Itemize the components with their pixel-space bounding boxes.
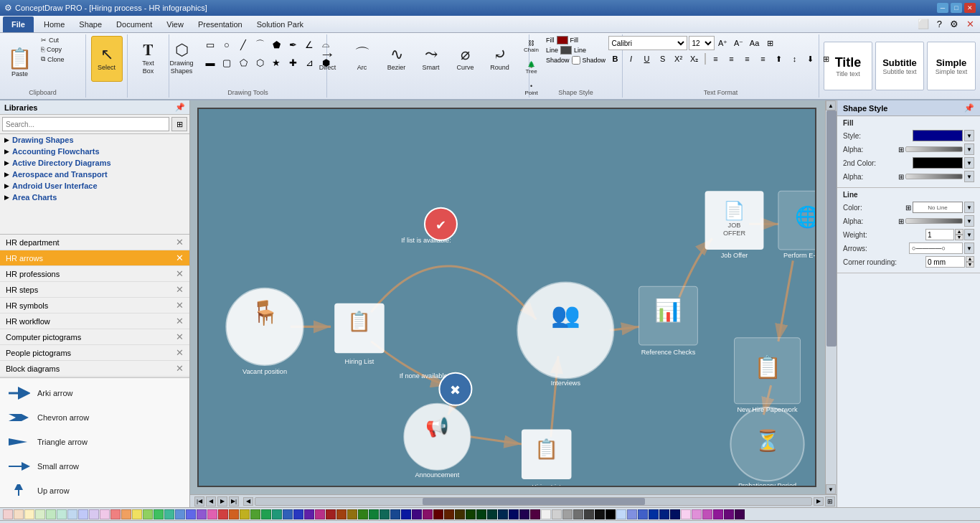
lib-item-hr-symbols[interactable]: HR symbols ✕	[0, 298, 189, 314]
vertical-scrollbar[interactable]: ▲ ▼	[825, 100, 837, 494]
close-lib-icon[interactable]: ✕	[176, 268, 184, 279]
line-weight-dropdown[interactable]: ▼	[964, 229, 974, 240]
color-cell[interactable]	[519, 509, 529, 519]
line-alpha-slider[interactable]	[905, 218, 963, 224]
color-cell[interactable]	[476, 509, 486, 519]
color-cell[interactable]	[584, 509, 594, 519]
line-weight-down[interactable]: ▼	[955, 235, 963, 240]
line-color-dropdown[interactable]: ▼	[964, 202, 974, 213]
select-button[interactable]: ↖ Select	[91, 36, 123, 82]
color-cell[interactable]	[35, 509, 45, 519]
curve-button[interactable]: ⌀ Curve	[450, 36, 481, 82]
cut-button[interactable]: ✂ Cut	[38, 36, 81, 44]
shape3-tool[interactable]: ⬠	[235, 54, 252, 71]
color-cell[interactable]	[498, 509, 508, 519]
clone-button[interactable]: ⧉ Clone	[38, 55, 81, 64]
corner-rounding-input[interactable]	[925, 256, 965, 268]
valign-bot-button[interactable]: ⬇	[804, 52, 818, 66]
valign-top-button[interactable]: ⬆	[772, 52, 786, 66]
color-cell[interactable]	[638, 509, 648, 519]
menu-close-icon[interactable]: ✕	[963, 19, 977, 29]
ellipse-tool[interactable]: ○	[218, 36, 235, 53]
lib-tree-aerospace[interactable]: ▶ Aerospace and Transport	[0, 169, 189, 180]
round-rect-tool[interactable]: ▢	[218, 54, 235, 71]
color-cell[interactable]	[358, 509, 368, 519]
more-align-button[interactable]: ⊞	[819, 52, 834, 66]
font-shrink-button[interactable]: A⁻	[732, 36, 746, 50]
smart-button[interactable]: ⤳ Smart	[415, 36, 447, 82]
color-cell[interactable]	[293, 509, 303, 519]
color-cell[interactable]	[326, 509, 336, 519]
lib-item-people-pict[interactable]: People pictograms ✕	[0, 345, 189, 361]
color-cell[interactable]	[627, 509, 637, 519]
arrows-value[interactable]: ○————○	[909, 242, 963, 254]
help-icon[interactable]: ?	[934, 19, 945, 29]
simple-text-style[interactable]: Simple Simple text	[927, 42, 976, 90]
color-cell[interactable]	[487, 509, 497, 519]
font-family-select[interactable]: Calibri	[608, 36, 687, 50]
menu-solution-park[interactable]: Solution Park	[250, 17, 311, 32]
color-cell[interactable]	[433, 509, 443, 519]
color-cell[interactable]	[562, 509, 573, 519]
shape-chevron-arrow[interactable]: Chevron arrow	[4, 407, 185, 428]
lib-item-computer-pict[interactable]: Computer pictograms ✕	[0, 329, 189, 345]
color-cell[interactable]	[197, 509, 207, 519]
color-cell[interactable]	[606, 509, 616, 519]
second-color-dropdown[interactable]: ▼	[964, 157, 974, 169]
color-cell[interactable]	[616, 509, 626, 519]
color-cell[interactable]	[702, 509, 712, 519]
color-cell[interactable]	[390, 509, 400, 519]
shape-small-arrow[interactable]: Small arrow	[4, 456, 185, 477]
ribbon-collapse-icon[interactable]: ⬜	[915, 19, 932, 29]
color-cell[interactable]	[175, 509, 185, 519]
rp-pin-icon[interactable]: 📌	[964, 103, 974, 113]
color-cell[interactable]	[250, 509, 260, 519]
lib-tree-area-charts[interactable]: ▶ Area Charts	[0, 192, 189, 203]
fill-alpha2-dropdown[interactable]: ▼	[964, 171, 974, 182]
polyline-tool[interactable]: ⌒	[251, 36, 268, 53]
color-cell[interactable]	[100, 509, 110, 519]
color-cell[interactable]	[380, 509, 390, 519]
page-prev-button[interactable]: ◀	[206, 496, 216, 506]
lib-item-hr-professions[interactable]: HR professions ✕	[0, 266, 189, 282]
color-cell[interactable]	[57, 509, 67, 519]
close-lib-icon[interactable]: ✕	[176, 316, 184, 326]
menu-shape[interactable]: Shape	[72, 17, 109, 32]
color-cell[interactable]	[164, 509, 174, 519]
shadow-checkbox[interactable]	[572, 56, 580, 65]
lib-tree-android[interactable]: ▶ Android User Interface	[0, 180, 189, 192]
settings-icon[interactable]: ⚙	[947, 19, 961, 29]
lib-item-hr-steps[interactable]: HR steps ✕	[0, 282, 189, 298]
color-cell[interactable]	[89, 509, 99, 519]
valign-mid-button[interactable]: ↕	[788, 52, 802, 66]
fill-style-dropdown[interactable]: ▼	[964, 130, 974, 141]
page-last-button[interactable]: ▶|	[229, 496, 239, 506]
color-cell[interactable]	[3, 509, 13, 519]
font-grow-button[interactable]: A⁺	[716, 36, 730, 50]
subtitle-text-style[interactable]: Subtitle Subtitle text	[875, 42, 924, 90]
color-cell[interactable]	[659, 509, 669, 519]
round-button[interactable]: ⤾ Round	[484, 36, 516, 82]
page-next-button[interactable]: ▶	[217, 496, 227, 506]
close-lib-icon[interactable]: ✕	[176, 363, 184, 374]
arc-button[interactable]: ⌒ Arc	[347, 36, 378, 82]
bold-button[interactable]: B	[608, 52, 623, 66]
color-cell[interactable]	[724, 509, 734, 519]
second-color-swatch[interactable]	[913, 157, 963, 169]
color-cell[interactable]	[735, 509, 745, 519]
line-tool[interactable]: ╱	[235, 36, 252, 53]
color-cell[interactable]	[283, 509, 293, 519]
shape-up-arrow[interactable]: Up arrow	[4, 480, 185, 501]
subscript-button[interactable]: X₂	[687, 52, 702, 66]
font-case-button[interactable]: Aa	[748, 36, 762, 50]
color-cell[interactable]	[261, 509, 271, 519]
color-cell[interactable]	[466, 509, 476, 519]
color-cell[interactable]	[229, 509, 239, 519]
strikethrough-button[interactable]: S	[656, 52, 670, 66]
bezier-button[interactable]: ∿ Bezier	[381, 36, 413, 82]
cross-tool[interactable]: ✚	[284, 54, 301, 71]
corner-rounding-up[interactable]: ▲	[966, 256, 974, 262]
horizontal-scrollbar[interactable]: |◀ ◀ ▶ ▶| ◀ ▶ ⊞	[190, 494, 837, 507]
line-weight-input[interactable]	[925, 229, 954, 240]
color-cell[interactable]	[692, 509, 702, 519]
